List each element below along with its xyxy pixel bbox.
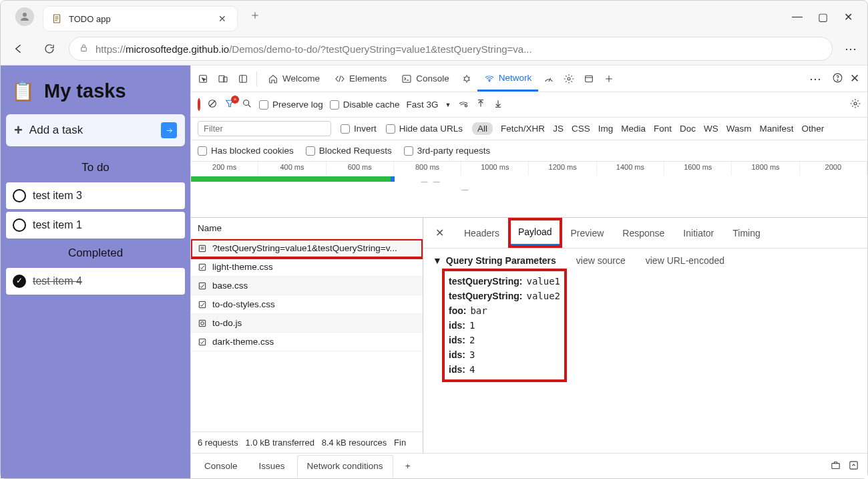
svg-point-25 xyxy=(568,77,570,80)
drawer-add-tab[interactable]: + xyxy=(396,456,420,476)
detail-tab-headers[interactable]: Headers xyxy=(456,221,507,245)
detail-tab-payload[interactable]: Payload xyxy=(510,220,560,246)
inspect-button[interactable] xyxy=(194,73,212,84)
view-source-link[interactable]: view source xyxy=(576,255,626,266)
performance-icon[interactable] xyxy=(539,73,558,84)
record-button[interactable] xyxy=(198,100,200,110)
request-row[interactable]: ?testQueryString=value1&testQueryString=… xyxy=(191,239,423,258)
invert-checkbox[interactable]: Invert xyxy=(341,124,377,134)
network-settings-icon[interactable] xyxy=(850,98,861,111)
devtools-more-icon[interactable]: ⋯ xyxy=(805,71,825,86)
svg-line-21 xyxy=(463,79,464,80)
application-icon[interactable] xyxy=(580,73,598,84)
clear-button[interactable] xyxy=(207,98,218,111)
add-task-label: Add a task xyxy=(29,124,161,137)
devtools-tabs: Welcome Elements Console Network ⋯ ✕ xyxy=(191,65,867,92)
close-tab-icon[interactable]: ✕ xyxy=(216,11,229,27)
refresh-button[interactable] xyxy=(38,37,61,60)
throttle-select[interactable]: Fast 3G xyxy=(407,100,439,110)
close-detail-icon[interactable]: ✕ xyxy=(426,226,453,239)
tab-elements[interactable]: Elements xyxy=(328,65,393,92)
device-toggle-button[interactable] xyxy=(214,73,232,84)
back-button[interactable] xyxy=(7,37,30,60)
thirdparty-checkbox[interactable]: 3rd-party requests xyxy=(404,146,491,156)
detail-tab-response[interactable]: Response xyxy=(614,221,672,245)
svg-rect-47 xyxy=(199,283,205,289)
task-item[interactable]: test item 1 xyxy=(6,212,185,238)
close-window-button[interactable]: ✕ xyxy=(844,11,853,23)
download-icon[interactable] xyxy=(493,98,503,111)
network-timeline[interactable]: 200 ms400 ms 600 ms800 ms 1000 ms1200 ms… xyxy=(191,162,867,218)
disable-cache-checkbox[interactable]: Disable cache xyxy=(330,100,400,110)
profile-avatar[interactable] xyxy=(15,7,34,26)
chevron-down-icon[interactable]: ▼ xyxy=(445,102,451,108)
filter-toggle-button[interactable]: × xyxy=(224,98,235,111)
request-row[interactable]: light-theme.css xyxy=(191,258,423,277)
request-list: Name ?testQueryString=value1&testQuerySt… xyxy=(191,218,423,453)
request-row[interactable]: base.css xyxy=(191,277,423,295)
filter-type[interactable]: CSS xyxy=(572,124,590,134)
filter-type[interactable]: Manifest xyxy=(759,124,793,134)
filter-type-all[interactable]: All xyxy=(472,122,493,135)
new-tab-button[interactable] xyxy=(246,7,264,27)
hide-data-urls-checkbox[interactable]: Hide data URLs xyxy=(386,124,463,134)
detail-tab-preview[interactable]: Preview xyxy=(563,221,612,245)
drawer-console[interactable]: Console xyxy=(195,456,247,476)
browser-tab[interactable]: TODO app ✕ xyxy=(43,7,237,31)
more-tabs-button[interactable] xyxy=(600,73,618,84)
detail-tab-timing[interactable]: Timing xyxy=(724,221,769,245)
drawer-issues[interactable]: Issues xyxy=(250,456,294,476)
filter-type[interactable]: WS xyxy=(704,124,718,134)
settings-icon[interactable] xyxy=(560,73,578,84)
submit-task-button[interactable] xyxy=(161,122,177,138)
check-circle-icon[interactable] xyxy=(13,275,26,288)
tab-console[interactable]: Console xyxy=(395,65,456,92)
request-row[interactable]: to-do.js xyxy=(191,314,423,333)
tab-network[interactable]: Network xyxy=(477,65,539,92)
minimize-button[interactable]: — xyxy=(792,11,801,23)
filter-type[interactable]: Img xyxy=(598,124,614,134)
request-row[interactable]: to-do-styles.css xyxy=(191,295,423,314)
more-menu-icon[interactable]: ⋯ xyxy=(841,41,861,56)
detail-tab-initiator[interactable]: Initiator xyxy=(675,221,722,245)
blocked-cookies-checkbox[interactable]: Has blocked cookies xyxy=(198,146,294,156)
filter-type[interactable]: Fetch/XHR xyxy=(501,124,545,134)
filter-type[interactable]: Font xyxy=(654,124,672,134)
drawer-icon[interactable] xyxy=(830,460,841,473)
filter-type[interactable]: JS xyxy=(553,124,564,134)
help-icon[interactable] xyxy=(832,72,843,86)
tab-welcome[interactable]: Welcome xyxy=(261,65,327,92)
search-button[interactable] xyxy=(242,98,252,111)
circle-icon[interactable] xyxy=(13,218,26,232)
upload-icon[interactable] xyxy=(475,98,486,111)
filter-type[interactable]: Wasm xyxy=(726,124,752,134)
view-url-encoded-link[interactable]: view URL-encoded xyxy=(646,255,724,266)
drawer-collapse-icon[interactable] xyxy=(848,460,859,473)
preserve-log-checkbox[interactable]: Preserve log xyxy=(259,100,323,110)
svg-line-33 xyxy=(210,101,215,106)
task-item[interactable]: test item 3 xyxy=(6,182,185,209)
filter-type[interactable]: Media xyxy=(621,124,646,134)
debugger-icon[interactable] xyxy=(457,73,476,84)
query-param: ids:4 xyxy=(449,362,560,377)
svg-rect-51 xyxy=(199,339,205,345)
filter-type[interactable]: Doc xyxy=(680,124,696,134)
circle-icon[interactable] xyxy=(13,189,26,202)
filter-type[interactable]: Other xyxy=(802,124,825,134)
blocked-requests-checkbox[interactable]: Blocked Requests xyxy=(306,146,392,156)
maximize-button[interactable]: ▢ xyxy=(818,11,827,23)
drawer-network-conditions[interactable]: Network conditions xyxy=(297,455,393,478)
request-list-header[interactable]: Name xyxy=(191,218,423,239)
query-param: foo:bar xyxy=(449,303,560,318)
request-row[interactable]: dark-theme.css xyxy=(191,333,423,351)
filter-input[interactable] xyxy=(198,121,331,136)
qsp-title[interactable]: ▼ Query String Parameters xyxy=(433,255,556,266)
add-task-input[interactable]: + Add a task xyxy=(6,114,185,146)
address-bar[interactable]: https://microsoftedge.github.io/Demos/de… xyxy=(69,37,833,61)
close-devtools-icon[interactable]: ✕ xyxy=(850,71,859,86)
section-completed: Completed xyxy=(6,241,185,265)
task-item[interactable]: test item 4 xyxy=(6,268,185,295)
network-config-icon[interactable] xyxy=(458,98,469,111)
dock-button[interactable] xyxy=(234,73,252,84)
url: https://microsoftedge.github.io/Demos/de… xyxy=(95,43,532,55)
